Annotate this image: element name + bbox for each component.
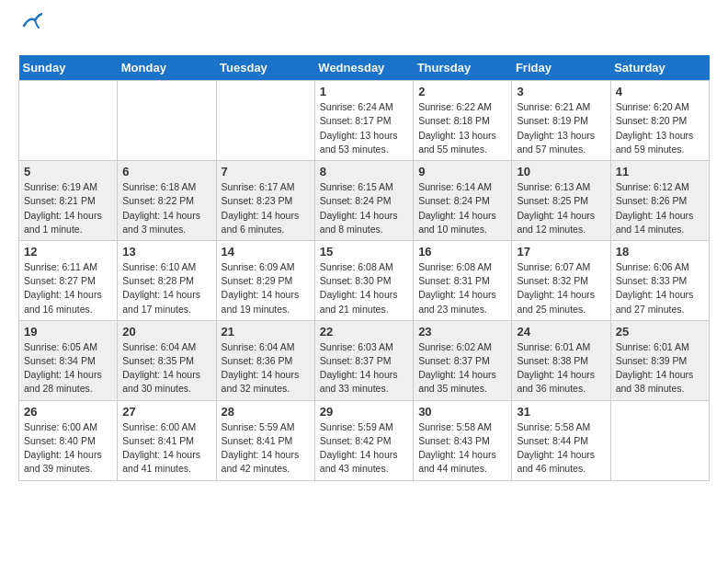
sunrise-text: Sunrise: 6:18 AM (122, 180, 210, 194)
day-info: Sunrise: 6:00 AMSunset: 8:41 PMDaylight:… (122, 420, 210, 477)
sunset-text: Sunset: 8:41 PM (122, 434, 210, 448)
daylight-text: Daylight: 13 hours and 53 minutes. (320, 129, 408, 156)
daylight-text: Daylight: 14 hours and 38 minutes. (616, 368, 704, 396)
sunrise-text: Sunrise: 6:22 AM (418, 100, 506, 114)
day-number: 17 (517, 245, 605, 259)
sunset-text: Sunset: 8:43 PM (418, 434, 506, 448)
sunset-text: Sunset: 8:17 PM (320, 114, 408, 128)
day-info: Sunrise: 6:07 AMSunset: 8:32 PMDaylight:… (517, 260, 605, 316)
sunset-text: Sunset: 8:40 PM (24, 434, 112, 448)
day-info: Sunrise: 6:05 AMSunset: 8:34 PMDaylight:… (24, 340, 112, 396)
calendar-cell (19, 81, 118, 161)
day-number: 9 (418, 165, 506, 178)
day-info: Sunrise: 6:06 AMSunset: 8:33 PMDaylight:… (616, 260, 704, 316)
sunrise-text: Sunrise: 6:05 AM (24, 340, 112, 354)
daylight-text: Daylight: 14 hours and 32 minutes. (222, 368, 310, 396)
sunset-text: Sunset: 8:28 PM (122, 274, 210, 288)
daylight-text: Daylight: 13 hours and 57 minutes. (517, 129, 605, 156)
day-number: 26 (24, 405, 112, 419)
sunset-text: Sunset: 8:24 PM (320, 194, 408, 208)
day-info: Sunrise: 6:00 AMSunset: 8:40 PMDaylight:… (24, 420, 112, 477)
sunrise-text: Sunrise: 6:07 AM (517, 260, 605, 274)
daylight-text: Daylight: 14 hours and 41 minutes. (122, 448, 210, 476)
sunrise-text: Sunrise: 6:12 AM (616, 180, 704, 194)
sunrise-text: Sunrise: 5:58 AM (418, 420, 506, 434)
col-header-thursday: Thursday (414, 55, 512, 81)
sunset-text: Sunset: 8:29 PM (222, 274, 310, 288)
day-number: 6 (122, 165, 210, 178)
sunset-text: Sunset: 8:23 PM (222, 194, 310, 208)
calendar-cell: 18Sunrise: 6:06 AMSunset: 8:33 PMDayligh… (610, 240, 709, 320)
daylight-text: Daylight: 13 hours and 55 minutes. (418, 129, 506, 156)
day-info: Sunrise: 6:10 AMSunset: 8:28 PMDaylight:… (122, 260, 210, 316)
sunrise-text: Sunrise: 6:10 AM (122, 260, 210, 274)
day-number: 8 (320, 165, 408, 178)
calendar-cell: 10Sunrise: 6:13 AMSunset: 8:25 PMDayligh… (512, 161, 610, 241)
day-number: 11 (616, 165, 704, 178)
day-number: 4 (616, 85, 704, 98)
day-number: 16 (418, 245, 506, 259)
calendar-cell: 25Sunrise: 6:01 AMSunset: 8:39 PMDayligh… (610, 320, 709, 400)
calendar-cell: 4Sunrise: 6:20 AMSunset: 8:20 PMDaylight… (610, 81, 709, 161)
day-info: Sunrise: 6:08 AMSunset: 8:31 PMDaylight:… (418, 260, 506, 316)
sunrise-text: Sunrise: 5:58 AM (517, 420, 605, 434)
sunrise-text: Sunrise: 6:08 AM (320, 260, 408, 274)
daylight-text: Daylight: 14 hours and 25 minutes. (517, 288, 605, 316)
day-info: Sunrise: 6:22 AMSunset: 8:18 PMDaylight:… (418, 100, 506, 156)
day-number: 24 (517, 325, 605, 339)
daylight-text: Daylight: 14 hours and 8 minutes. (320, 209, 408, 236)
sunset-text: Sunset: 8:34 PM (24, 354, 112, 368)
sunset-text: Sunset: 8:24 PM (418, 194, 506, 208)
day-number: 29 (320, 405, 408, 419)
day-number: 20 (122, 325, 210, 339)
sunset-text: Sunset: 8:37 PM (418, 354, 506, 368)
calendar-cell: 15Sunrise: 6:08 AMSunset: 8:30 PMDayligh… (314, 240, 413, 320)
calendar-cell: 13Sunrise: 6:10 AMSunset: 8:28 PMDayligh… (118, 240, 216, 320)
day-number: 19 (24, 325, 112, 339)
day-info: Sunrise: 6:24 AMSunset: 8:17 PMDaylight:… (320, 100, 408, 156)
day-info: Sunrise: 5:59 AMSunset: 8:42 PMDaylight:… (320, 420, 408, 477)
sunset-text: Sunset: 8:36 PM (222, 354, 310, 368)
calendar-cell: 11Sunrise: 6:12 AMSunset: 8:26 PMDayligh… (610, 161, 709, 241)
sunset-text: Sunset: 8:21 PM (24, 194, 112, 208)
sunrise-text: Sunrise: 6:21 AM (517, 100, 605, 114)
day-info: Sunrise: 6:15 AMSunset: 8:24 PMDaylight:… (320, 180, 408, 236)
sunset-text: Sunset: 8:30 PM (320, 274, 408, 288)
day-number: 13 (122, 245, 210, 259)
sunrise-text: Sunrise: 6:04 AM (122, 340, 210, 354)
day-info: Sunrise: 6:20 AMSunset: 8:20 PMDaylight:… (616, 100, 704, 156)
daylight-text: Daylight: 14 hours and 36 minutes. (517, 368, 605, 396)
day-number: 27 (122, 405, 210, 419)
calendar-cell: 7Sunrise: 6:17 AMSunset: 8:23 PMDaylight… (216, 161, 314, 241)
calendar-cell: 9Sunrise: 6:14 AMSunset: 8:24 PMDaylight… (414, 161, 512, 241)
daylight-text: Daylight: 14 hours and 6 minutes. (222, 209, 310, 236)
sunrise-text: Sunrise: 5:59 AM (320, 420, 408, 434)
daylight-text: Daylight: 14 hours and 44 minutes. (418, 448, 506, 476)
sunset-text: Sunset: 8:37 PM (320, 354, 408, 368)
sunset-text: Sunset: 8:38 PM (517, 354, 605, 368)
calendar-cell: 17Sunrise: 6:07 AMSunset: 8:32 PMDayligh… (512, 240, 610, 320)
day-info: Sunrise: 6:17 AMSunset: 8:23 PMDaylight:… (222, 180, 310, 236)
sunset-text: Sunset: 8:32 PM (517, 274, 605, 288)
day-number: 2 (418, 85, 506, 98)
sunset-text: Sunset: 8:19 PM (517, 114, 605, 128)
calendar-week-row: 5Sunrise: 6:19 AMSunset: 8:21 PMDaylight… (19, 161, 710, 241)
daylight-text: Daylight: 14 hours and 16 minutes. (24, 288, 112, 316)
daylight-text: Daylight: 14 hours and 14 minutes. (616, 209, 704, 236)
sunrise-text: Sunrise: 6:14 AM (418, 180, 506, 194)
sunrise-text: Sunrise: 6:02 AM (418, 340, 506, 354)
day-info: Sunrise: 6:01 AMSunset: 8:38 PMDaylight:… (517, 340, 605, 396)
daylight-text: Daylight: 14 hours and 21 minutes. (320, 288, 408, 316)
daylight-text: Daylight: 14 hours and 23 minutes. (418, 288, 506, 316)
col-header-friday: Friday (512, 55, 610, 81)
sunrise-text: Sunrise: 6:08 AM (418, 260, 506, 274)
col-header-wednesday: Wednesday (314, 55, 413, 81)
calendar-cell: 20Sunrise: 6:04 AMSunset: 8:35 PMDayligh… (118, 320, 216, 400)
day-info: Sunrise: 6:13 AMSunset: 8:25 PMDaylight:… (517, 180, 605, 236)
daylight-text: Daylight: 14 hours and 39 minutes. (24, 448, 112, 476)
daylight-text: Daylight: 14 hours and 10 minutes. (418, 209, 506, 236)
sunrise-text: Sunrise: 6:06 AM (616, 260, 704, 274)
daylight-text: Daylight: 14 hours and 17 minutes. (122, 288, 210, 316)
daylight-text: Daylight: 14 hours and 46 minutes. (517, 448, 605, 476)
calendar-cell: 3Sunrise: 6:21 AMSunset: 8:19 PMDaylight… (512, 81, 610, 161)
